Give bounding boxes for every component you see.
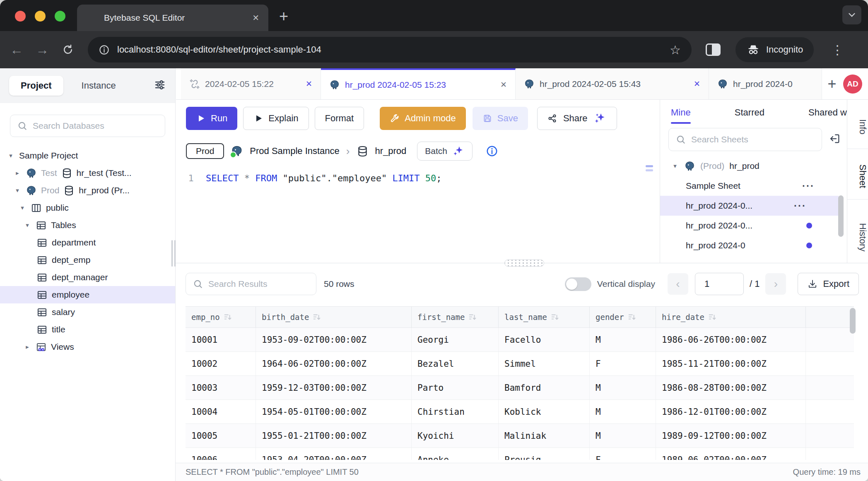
tree-item-views[interactable]: ▸Views — [0, 338, 175, 356]
close-sheet-icon[interactable]: ✕ — [694, 79, 700, 89]
table-row[interactable]: 100051955-01-21T00:00:00ZKyoichiMaliniak… — [186, 424, 854, 448]
prev-page-button[interactable]: ‹ — [668, 273, 688, 295]
close-tab-icon[interactable]: ✕ — [252, 13, 259, 23]
sheet-list-item[interactable]: hr_prod 2024-0...··· — [660, 196, 839, 216]
database-search-input[interactable] — [33, 121, 158, 131]
side-panel-icon[interactable] — [706, 43, 721, 56]
tree-item-hr_test[interactable]: ▸Testhr_test (Test... — [0, 164, 175, 182]
import-sheet-icon[interactable] — [829, 132, 841, 147]
sidebar-resize-handle[interactable] — [171, 240, 176, 267]
table-row[interactable]: 100011953-09-02T00:00:00ZGeorgiFacelloM1… — [186, 328, 854, 352]
caret-right-icon[interactable]: ▸ — [23, 343, 31, 351]
tree-item-department[interactable]: department — [0, 234, 175, 251]
sheet-list-item[interactable]: hr_prod 2024-0... — [660, 216, 847, 236]
column-header-emp_no[interactable]: emp_no — [186, 307, 256, 327]
caret-down-icon[interactable]: ▾ — [7, 152, 15, 159]
tree-item-dept_manager[interactable]: dept_manager — [0, 269, 175, 286]
column-header-hire_date[interactable]: hire_date — [656, 307, 806, 327]
tree-item-tables[interactable]: ▾Tables — [0, 216, 175, 234]
tab-project[interactable]: Project — [9, 76, 63, 96]
tab-instance[interactable]: Instance — [82, 80, 116, 91]
table-row[interactable]: 100061953-04-20T00:00:00ZAnnekePreusigF1… — [186, 448, 854, 460]
table-row[interactable]: 100021964-06-02T00:00:00ZBezalelSimmelF1… — [186, 352, 854, 376]
close-window-button[interactable] — [15, 11, 26, 22]
sort-icon[interactable] — [708, 313, 717, 322]
column-header-first_name[interactable]: first_name — [412, 307, 499, 327]
new-sheet-tab-button[interactable]: + — [822, 68, 842, 99]
tree-item-hr_prod[interactable]: ▾Prodhr_prod (Pr... — [0, 182, 175, 199]
filter-settings-icon[interactable] — [154, 79, 166, 93]
caret-down-icon[interactable]: ▾ — [23, 221, 31, 229]
sort-icon[interactable] — [312, 313, 321, 322]
connection-info-icon[interactable] — [486, 145, 498, 157]
sheet-tab-2[interactable]: hr_prod 2024-02-05 15:23✕ — [321, 68, 516, 99]
instance-name[interactable]: Prod Sample Instance — [250, 146, 339, 156]
table-row[interactable]: 100031959-12-03T00:00:00ZPartoBamfordM19… — [186, 376, 854, 400]
share-button[interactable]: Share — [537, 107, 617, 130]
sort-icon[interactable] — [468, 313, 477, 322]
table-row[interactable]: 100041954-05-01T00:00:00ZChirstianKoblic… — [186, 400, 854, 424]
sheet-filter-shared-w[interactable]: Shared w — [808, 107, 847, 124]
batch-mode-button[interactable]: Batch — [417, 142, 473, 161]
tree-item-public[interactable]: ▾public — [0, 199, 175, 216]
explain-button[interactable]: Explain — [243, 107, 309, 130]
results-search-input[interactable] — [208, 279, 309, 289]
sheet-group-database[interactable]: ▾(Prod)hr_prod — [660, 156, 847, 176]
format-button[interactable]: Format — [315, 107, 364, 130]
export-button[interactable]: Export — [798, 273, 859, 295]
results-table-scrollbar[interactable] — [850, 308, 856, 334]
tree-item-salary[interactable]: salary — [0, 303, 175, 321]
sheet-search-box[interactable] — [668, 128, 822, 151]
close-sheet-icon[interactable]: ✕ — [306, 79, 312, 89]
run-button[interactable]: Run — [186, 107, 237, 130]
tree-item-dept_emp[interactable]: dept_emp — [0, 251, 175, 269]
panel-resize-handle[interactable] — [504, 260, 544, 267]
caret-down-icon[interactable]: ▾ — [18, 204, 27, 212]
tree-item-title[interactable]: title — [0, 321, 175, 338]
sheet-more-actions-icon[interactable]: ··· — [802, 180, 815, 192]
editor-minimap[interactable] — [646, 165, 653, 171]
sheet-list-item[interactable]: hr_prod 2024-0 — [660, 236, 847, 255]
vertical-display-toggle[interactable] — [565, 277, 591, 291]
reload-button[interactable] — [60, 43, 75, 56]
sql-code-editor[interactable]: 1 SELECT * FROM "public"."employee" LIMI… — [176, 171, 660, 185]
caret-right-icon[interactable]: ▸ — [13, 169, 22, 177]
tab-info[interactable]: Info — [847, 108, 868, 145]
sort-icon[interactable] — [627, 313, 637, 322]
sheet-tab-1[interactable]: 2024-02-05 15:22✕ — [181, 68, 321, 99]
sheet-search-input[interactable] — [691, 135, 815, 144]
tree-item-sample[interactable]: ▾Sample Project — [0, 147, 175, 164]
tab-sheet[interactable]: Sheet — [847, 157, 868, 195]
tab-overview-chevron-icon[interactable] — [842, 5, 861, 24]
column-header-birth_date[interactable]: birth_date — [256, 307, 412, 327]
save-button[interactable]: Save — [473, 107, 528, 130]
column-header-last_name[interactable]: last_name — [499, 307, 590, 327]
caret-down-icon[interactable]: ▾ — [671, 162, 679, 170]
close-sheet-icon[interactable]: ✕ — [500, 80, 507, 89]
sheet-list-item[interactable]: Sample Sheet··· — [660, 176, 847, 196]
column-header-gender[interactable]: gender — [590, 307, 656, 327]
sort-icon[interactable] — [550, 313, 559, 322]
back-button[interactable]: ← — [9, 42, 24, 58]
caret-down-icon[interactable]: ▾ — [13, 187, 22, 194]
sort-icon[interactable] — [223, 313, 232, 322]
sheet-filter-starred[interactable]: Starred — [735, 107, 764, 124]
minimize-window-button[interactable] — [35, 11, 46, 22]
sheet-filter-mine[interactable]: Mine — [671, 107, 691, 124]
user-avatar[interactable]: AD — [843, 75, 862, 94]
browser-menu-icon[interactable]: ⋮ — [831, 43, 844, 57]
sheet-more-actions-icon[interactable]: ··· — [794, 200, 806, 212]
site-info-icon[interactable] — [99, 44, 110, 55]
tree-item-employee[interactable]: employee — [0, 286, 175, 303]
results-search-box[interactable] — [186, 273, 316, 295]
sheet-tab-3[interactable]: hr_prod 2024-02-05 15:43✕ — [516, 68, 709, 99]
database-name[interactable]: hr_prod — [375, 146, 407, 156]
new-browser-tab-button[interactable]: + — [279, 7, 288, 25]
maximize-window-button[interactable] — [55, 11, 65, 22]
browser-tab[interactable]: Bytebase SQL Editor ✕ — [77, 5, 268, 31]
tab-history[interactable]: History — [847, 214, 868, 260]
forward-button[interactable]: → — [35, 42, 50, 58]
bookmark-star-icon[interactable]: ☆ — [670, 43, 681, 57]
admin-mode-button[interactable]: Admin mode — [380, 107, 466, 130]
next-page-button[interactable]: › — [765, 273, 786, 295]
